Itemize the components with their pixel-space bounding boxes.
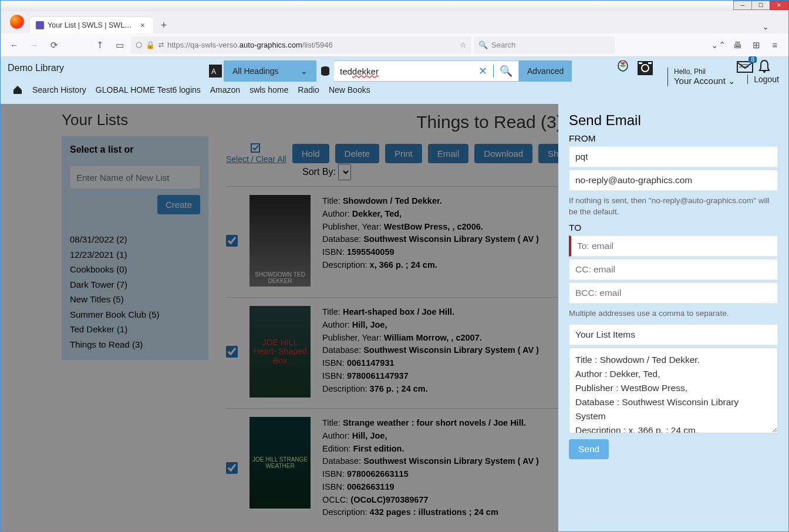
send-email-panel: Send Email FROM If nothing is sent, then… <box>558 104 788 531</box>
nav-search-history[interactable]: Search History <box>32 85 86 95</box>
nav-global[interactable]: GLOBAL HOME Test6 logins <box>96 85 201 95</box>
window-minimize[interactable]: ─ <box>733 1 752 10</box>
email-panel-title: Send Email <box>569 112 778 129</box>
svg-rect-9 <box>648 62 652 64</box>
browser-search-input[interactable]: 🔍 Search <box>474 36 615 54</box>
cc-input[interactable] <box>569 259 778 280</box>
to-note: Multiple addresses use a comma to separa… <box>569 308 778 319</box>
nav-radio[interactable]: Radio <box>298 85 319 95</box>
translate-icon[interactable]: A <box>207 60 224 82</box>
headings-label: All Headings <box>232 66 279 76</box>
advanced-search-button[interactable]: Advanced <box>519 60 572 82</box>
messages-count: 8 <box>748 56 757 63</box>
print-icon[interactable]: 🖶 <box>729 36 746 54</box>
catalog-search-input[interactable]: ted dekker ✕ 🔍 <box>334 60 519 82</box>
tab-title: Your List | SWLS | SWLS | Auto-G <box>48 21 134 29</box>
from-label: FROM <box>569 133 778 144</box>
nav-new-books[interactable]: New Books <box>329 85 370 95</box>
to-input[interactable] <box>569 235 778 257</box>
headings-dropdown[interactable]: All Headings ⌄ <box>224 60 316 82</box>
back-button[interactable]: ← <box>5 36 23 54</box>
database-icon[interactable] <box>316 60 334 82</box>
subject-input[interactable] <box>569 324 778 345</box>
from-name-input[interactable] <box>569 146 778 167</box>
library-name: Demo Library <box>8 60 64 73</box>
url-text: https://qa-swls-verso.auto-graphics.com/… <box>167 41 456 49</box>
svg-text:A: A <box>211 68 216 76</box>
one-off-1-icon[interactable]: ⤒ <box>91 36 109 54</box>
browser-search-placeholder: Search <box>491 41 515 49</box>
nav-amazon[interactable]: Amazon <box>210 85 240 95</box>
svg-point-4 <box>321 72 329 76</box>
lock-icon: 🔒 <box>146 41 155 49</box>
your-account-label: Your Account <box>674 76 726 86</box>
one-off-2-icon[interactable]: ▭ <box>111 36 129 54</box>
search-submit-icon[interactable]: 🔍 <box>493 65 512 78</box>
new-tab-button[interactable]: + <box>156 17 172 33</box>
tab-close-icon[interactable]: × <box>138 21 147 30</box>
shield-icon: ⬡ <box>136 41 142 49</box>
nav-swls[interactable]: swls home <box>249 85 288 95</box>
scan-icon[interactable] <box>637 60 653 76</box>
tab-favicon-icon <box>36 21 44 29</box>
messages-icon[interactable]: 8 <box>737 60 753 73</box>
browser-tab[interactable]: Your List | SWLS | SWLS | Auto-G × <box>30 17 153 33</box>
clear-search-icon[interactable]: ✕ <box>478 65 487 78</box>
home-icon[interactable] <box>12 85 23 95</box>
to-label: TO <box>569 223 778 233</box>
svg-point-13 <box>763 70 766 73</box>
reload-button[interactable]: ⟳ <box>45 36 63 54</box>
extensions-icon[interactable]: ⊞ <box>747 36 765 54</box>
balloon-icon[interactable] <box>617 60 629 76</box>
window-maximize[interactable]: ☐ <box>751 1 770 10</box>
url-bar[interactable]: ⬡ 🔒 ⇄ https://qa-swls-verso.auto-graphic… <box>131 36 471 54</box>
from-note: If nothing is sent, then "no-reply@auto-… <box>569 196 778 218</box>
send-button[interactable]: Send <box>569 439 609 459</box>
permissions-icon: ⇄ <box>159 41 164 49</box>
bookmark-star-icon[interactable]: ☆ <box>460 41 467 49</box>
menu-icon[interactable]: ≡ <box>766 36 784 54</box>
from-address-input[interactable] <box>569 170 778 191</box>
account-block[interactable]: Hello, Phil Your Account ⌄ <box>667 68 736 86</box>
svg-rect-8 <box>639 62 642 64</box>
window-close[interactable]: ✕ <box>770 1 788 10</box>
firefox-logo-icon <box>10 15 24 29</box>
forward-button: → <box>25 36 43 54</box>
pocket-icon[interactable]: ⌄⌃ <box>710 36 727 54</box>
bell-icon[interactable] <box>758 59 771 73</box>
search-icon: 🔍 <box>478 41 488 49</box>
bcc-input[interactable] <box>569 282 778 304</box>
logout-link[interactable]: Logout <box>747 75 779 84</box>
tabs-dropdown-icon[interactable]: ⌄ <box>758 21 773 33</box>
email-body-textarea[interactable]: Title : Showdown / Ted Dekker.Author : D… <box>569 348 778 433</box>
chevron-down-icon: ⌄ <box>301 66 308 76</box>
greeting-text: Hello, Phil <box>674 68 736 76</box>
chevron-down-icon: ⌄ <box>726 76 736 86</box>
